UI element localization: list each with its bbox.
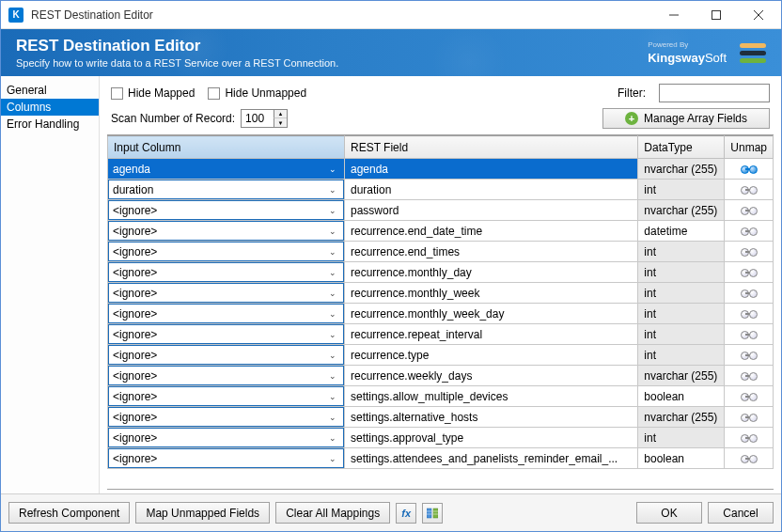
sidebar-item-general[interactable]: General: [1, 82, 99, 99]
header-unmap[interactable]: Unmap: [725, 136, 774, 159]
table-row[interactable]: <ignore>⌄recurrence.monthly_week_dayint: [108, 304, 774, 324]
expression-icon[interactable]: fx: [396, 503, 416, 524]
unmap-button[interactable]: [725, 345, 773, 365]
chevron-down-icon[interactable]: ⌄: [326, 264, 339, 281]
chevron-down-icon[interactable]: ⌄: [326, 326, 339, 343]
unmap-button[interactable]: [725, 448, 773, 468]
unmap-button[interactable]: [725, 200, 773, 220]
chevron-down-icon[interactable]: ⌄: [326, 202, 339, 219]
unmap-button[interactable]: [725, 407, 773, 427]
datatype-cell: nvarchar (255): [638, 407, 724, 427]
ok-button[interactable]: OK: [636, 502, 702, 524]
unmap-button[interactable]: [725, 159, 773, 179]
unmap-button[interactable]: [725, 180, 773, 199]
link-icon: [741, 205, 758, 216]
chevron-down-icon[interactable]: ⌄: [326, 305, 339, 322]
header-datatype[interactable]: DataType: [638, 136, 725, 159]
link-icon: [741, 412, 758, 423]
rest-field-cell: recurrence.monthly_day: [345, 262, 637, 282]
hide-unmapped-checkbox[interactable]: Hide Unmapped: [208, 86, 306, 100]
input-column-select[interactable]: <ignore>⌄: [108, 448, 344, 468]
chevron-down-icon[interactable]: ⌄: [326, 409, 339, 426]
rest-field-cell: recurrence.type: [345, 345, 637, 365]
table-row[interactable]: <ignore>⌄recurrence.weekly_daysnvarchar …: [108, 366, 774, 386]
scan-number-input[interactable]: ▲ ▼: [241, 109, 288, 128]
chevron-down-icon[interactable]: ⌄: [326, 347, 339, 364]
page-title: REST Destination Editor: [16, 37, 338, 55]
chevron-down-icon[interactable]: ⌄: [326, 181, 339, 198]
input-column-select[interactable]: <ignore>⌄: [108, 283, 344, 303]
table-row[interactable]: agenda⌄agendanvarchar (255): [108, 159, 774, 180]
input-column-select[interactable]: <ignore>⌄: [108, 428, 344, 447]
sidebar-item-columns[interactable]: Columns: [1, 99, 99, 116]
table-row[interactable]: <ignore>⌄settings.approval_typeint: [108, 428, 774, 448]
table-row[interactable]: <ignore>⌄passwordnvarchar (255): [108, 200, 774, 221]
chevron-down-icon[interactable]: ⌄: [326, 285, 339, 302]
banner: REST Destination Editor Specify how to w…: [1, 29, 781, 76]
link-icon: [741, 308, 758, 320]
table-row[interactable]: <ignore>⌄settings.allow_multiple_devices…: [108, 386, 774, 407]
input-column-select[interactable]: <ignore>⌄: [108, 242, 344, 261]
rest-field-cell: settings.allow_multiple_devices: [345, 386, 637, 406]
sidebar-item-error-handling[interactable]: Error Handling: [1, 116, 99, 133]
spinner-up-icon[interactable]: ▲: [274, 110, 287, 118]
unmap-button[interactable]: [725, 304, 773, 323]
table-row[interactable]: <ignore>⌄recurrence.end_date_timedatetim…: [108, 221, 774, 242]
chevron-down-icon[interactable]: ⌄: [326, 368, 339, 384]
maximize-button[interactable]: [695, 2, 737, 28]
input-column-select[interactable]: <ignore>⌄: [108, 262, 344, 282]
input-column-select[interactable]: <ignore>⌄: [108, 221, 344, 241]
link-icon: [741, 246, 758, 258]
manage-array-fields-button[interactable]: + Manage Array Fields: [602, 108, 770, 129]
table-row[interactable]: <ignore>⌄settings.alternative_hostsnvarc…: [108, 407, 774, 428]
column-map-icon[interactable]: [422, 503, 443, 524]
unmap-button[interactable]: [725, 221, 773, 241]
table-row[interactable]: <ignore>⌄recurrence.end_timesint: [108, 242, 774, 262]
table-row[interactable]: <ignore>⌄recurrence.monthly_dayint: [108, 262, 774, 283]
header-rest-field[interactable]: REST Field: [345, 136, 638, 159]
chevron-down-icon[interactable]: ⌄: [326, 388, 339, 405]
chevron-down-icon[interactable]: ⌄: [326, 430, 339, 446]
rest-field-cell: settings.attendees_and_panelists_reminde…: [345, 448, 637, 468]
unmap-button[interactable]: [725, 366, 773, 385]
table-row[interactable]: <ignore>⌄recurrence.repeat_intervalint: [108, 324, 774, 345]
link-icon: [741, 350, 758, 361]
unmap-button[interactable]: [725, 283, 773, 303]
spinner-down-icon[interactable]: ▼: [274, 118, 287, 127]
hide-mapped-checkbox[interactable]: Hide Mapped: [111, 86, 195, 100]
input-column-select[interactable]: <ignore>⌄: [108, 345, 344, 365]
unmap-button[interactable]: [725, 324, 773, 344]
unmap-button[interactable]: [725, 386, 773, 406]
close-button[interactable]: [737, 2, 779, 28]
table-row[interactable]: <ignore>⌄recurrence.typeint: [108, 345, 774, 366]
svg-rect-5: [433, 509, 438, 518]
table-row[interactable]: <ignore>⌄recurrence.monthly_weekint: [108, 283, 774, 304]
input-column-select[interactable]: <ignore>⌄: [108, 386, 344, 406]
input-column-select[interactable]: <ignore>⌄: [108, 407, 344, 427]
table-row[interactable]: <ignore>⌄settings.attendees_and_panelist…: [108, 448, 774, 469]
titlebar: K REST Destination Editor: [1, 1, 781, 29]
unmap-button[interactable]: [725, 428, 773, 447]
header-input-column[interactable]: Input Column: [108, 136, 345, 159]
datatype-cell: boolean: [638, 448, 724, 468]
chevron-down-icon[interactable]: ⌄: [326, 243, 339, 260]
table-row[interactable]: duration⌄durationint: [108, 180, 774, 200]
chevron-down-icon[interactable]: ⌄: [326, 161, 339, 178]
link-icon: [741, 226, 758, 237]
unmap-button[interactable]: [725, 262, 773, 282]
input-column-select[interactable]: agenda⌄: [108, 159, 344, 179]
map-unmapped-fields-button[interactable]: Map Unmapped Fields: [135, 502, 270, 524]
input-column-select[interactable]: <ignore>⌄: [108, 366, 344, 385]
unmap-button[interactable]: [725, 242, 773, 261]
chevron-down-icon[interactable]: ⌄: [326, 450, 339, 467]
input-column-select[interactable]: <ignore>⌄: [108, 324, 344, 344]
filter-input[interactable]: [659, 84, 770, 102]
input-column-select[interactable]: <ignore>⌄: [108, 200, 344, 220]
cancel-button[interactable]: Cancel: [708, 502, 774, 524]
input-column-select[interactable]: <ignore>⌄: [108, 304, 344, 323]
refresh-component-button[interactable]: Refresh Component: [8, 502, 130, 524]
chevron-down-icon[interactable]: ⌄: [326, 223, 339, 240]
input-column-select[interactable]: duration⌄: [108, 180, 344, 199]
clear-all-mappings-button[interactable]: Clear All Mappings: [275, 502, 390, 524]
minimize-button[interactable]: [652, 2, 695, 28]
